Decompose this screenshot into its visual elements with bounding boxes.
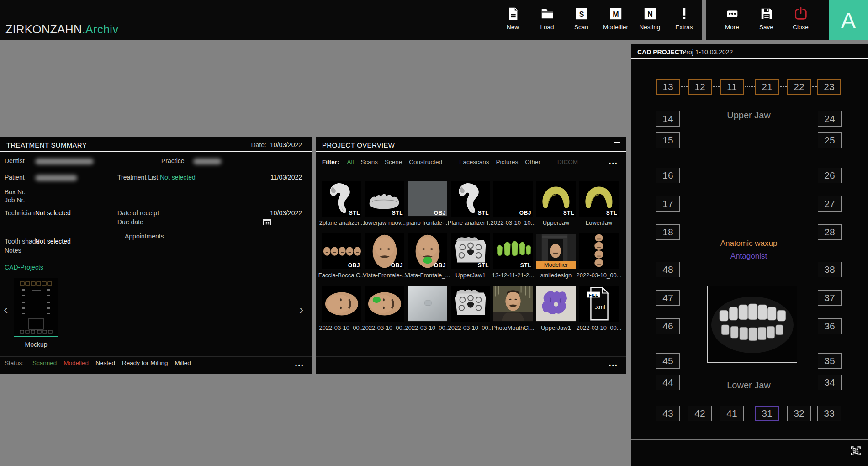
tooth-35[interactable]: 35	[818, 353, 842, 369]
lower-jaw-preview[interactable]	[707, 286, 797, 363]
tooth-21[interactable]: 21	[755, 79, 779, 95]
overview-maximize-button[interactable]	[614, 142, 620, 148]
tooth-27[interactable]: 27	[818, 196, 842, 212]
filter-tab-constructed[interactable]: Constructed	[409, 159, 442, 165]
tooth-48[interactable]: 48	[656, 262, 680, 277]
project-item[interactable]: OBJpiano frontale-...	[406, 180, 449, 229]
cad-project-thumbnail[interactable]	[14, 278, 58, 337]
thumb-jaw-yellow: STL	[536, 181, 576, 217]
tooth-25[interactable]: 25	[818, 132, 842, 148]
tooth-28[interactable]: 28	[818, 224, 842, 240]
tooth-41[interactable]: 41	[720, 406, 744, 421]
project-item[interactable]: OBJFaccia-Bocca C...	[320, 233, 363, 282]
tooth-38[interactable]: 38	[818, 262, 842, 277]
toolbar-save-button[interactable]: Save	[749, 0, 783, 40]
tooth-43[interactable]: 43	[656, 406, 680, 421]
toolbar-modellier-button[interactable]: MModellier	[598, 0, 633, 40]
project-item[interactable]: STL2plane analizer...	[320, 180, 363, 229]
filter-more-options-button[interactable]: ...	[609, 156, 618, 165]
filter-tab-pictures[interactable]: Pictures	[496, 159, 518, 165]
filter-tab-dicom[interactable]: DICOM	[557, 159, 578, 165]
filter-tab-other[interactable]: Other	[525, 159, 540, 165]
project-item[interactable]: 2022-03-10_00...	[449, 285, 492, 334]
project-item[interactable]: OBJVista-Frontale_...	[406, 233, 449, 282]
tooth-42[interactable]: 42	[688, 406, 712, 421]
project-item-label: UpperJaw1	[446, 272, 495, 279]
status-item-ready-for-milling[interactable]: Ready for Milling	[122, 360, 168, 366]
project-item[interactable]: STLlowerjaw nuov...	[363, 180, 406, 229]
project-item[interactable]: Modelliersmiledesign	[535, 233, 577, 282]
tooth-45[interactable]: 45	[656, 353, 680, 369]
treatment-list-value[interactable]: Not selected	[160, 174, 196, 181]
toolbar-scan-button[interactable]: SScan	[564, 0, 598, 40]
tooth-18[interactable]: 18	[656, 224, 680, 240]
overview-more-options-button[interactable]: ...	[609, 358, 618, 367]
tooth-14[interactable]: 14	[656, 111, 680, 127]
tooth-37[interactable]: 37	[818, 290, 842, 306]
project-item[interactable]: 2022-03-10_00...	[577, 233, 620, 282]
project-item[interactable]: OBJVista-Frontale-...	[363, 233, 406, 282]
status-item-scanned[interactable]: Scanned	[32, 360, 57, 366]
tooth-22[interactable]: 22	[787, 79, 811, 95]
filter-tab-scene[interactable]: Scene	[385, 159, 402, 165]
format-badge: STL	[563, 210, 574, 216]
project-item[interactable]: STLLowerJaw	[577, 180, 620, 229]
tooth-11[interactable]: 11	[720, 79, 744, 95]
filter-tab-all[interactable]: All	[347, 159, 354, 165]
tooth-13[interactable]: 13	[656, 79, 680, 95]
cad-projects-prev-button[interactable]: ‹	[4, 303, 8, 316]
tooth-36[interactable]: 36	[818, 318, 842, 334]
toolbar-new-button[interactable]: New	[496, 0, 530, 40]
project-item[interactable]: FILE.xml2022-03-10_00...	[577, 285, 620, 334]
project-item[interactable]: STLUpperJaw1	[449, 233, 492, 282]
cad-project-name[interactable]: Proj 1-10.03.2022	[682, 48, 733, 56]
tooth-33[interactable]: 33	[817, 406, 841, 421]
technician-value[interactable]: Not selected	[35, 209, 71, 217]
tooth-12[interactable]: 12	[688, 79, 712, 95]
project-item[interactable]: STL13-12-11-21-2...	[492, 233, 535, 282]
profile-tile-button[interactable]: A	[829, 0, 868, 40]
tooth-17[interactable]: 17	[656, 196, 680, 212]
filter-tab-scans[interactable]: Scans	[361, 159, 378, 165]
qr-scan-button[interactable]	[850, 445, 862, 458]
status-item-nested[interactable]: Nested	[95, 360, 115, 366]
patient-value-redacted[interactable]	[35, 175, 77, 181]
project-item[interactable]: OBJ2022-03-10_10...	[492, 180, 535, 229]
chevron-left-icon: ‹	[4, 302, 8, 317]
tooth-23[interactable]: 23	[817, 79, 841, 95]
project-item[interactable]: 2022-03-10_00...	[406, 285, 449, 334]
tooth-16[interactable]: 16	[656, 168, 680, 183]
toolbar-more-button[interactable]: More	[715, 0, 749, 40]
tooth-32[interactable]: 32	[787, 406, 811, 421]
tooth-47[interactable]: 47	[656, 290, 680, 306]
project-item[interactable]: 2022-03-10_00...	[320, 285, 363, 334]
tooth-26[interactable]: 26	[818, 168, 842, 183]
tooth-15[interactable]: 15	[656, 132, 680, 148]
tooth-44[interactable]: 44	[656, 375, 680, 390]
legend-antagonist: Antagonist	[670, 252, 828, 261]
mini-tooth-chart	[14, 278, 58, 336]
filter-tab-facescans[interactable]: Facescans	[459, 159, 489, 165]
qr-code-icon	[850, 451, 862, 458]
project-item[interactable]: UpperJaw1	[535, 285, 577, 334]
project-item[interactable]: STLPlane analizer f...	[449, 180, 492, 229]
tooth-shade-value[interactable]: Not selected	[35, 238, 71, 245]
toolbar-extras-button[interactable]: Extras	[667, 0, 701, 40]
dentist-value-redacted[interactable]	[35, 159, 94, 164]
status-item-milled[interactable]: Milled	[175, 360, 191, 366]
project-item[interactable]: STLUpperJaw	[535, 180, 577, 229]
treatment-more-options-button[interactable]: ...	[295, 358, 304, 367]
toolbar-load-button[interactable]: Load	[530, 0, 564, 40]
due-date-calendar-button[interactable]	[263, 219, 271, 227]
status-item-modelled[interactable]: Modelled	[64, 360, 89, 366]
cad-projects-next-button[interactable]: ›	[299, 303, 303, 316]
tooth-34[interactable]: 34	[818, 375, 842, 390]
project-item[interactable]: PhotoMouthCl...	[492, 285, 535, 334]
toolbar-close-button[interactable]: Close	[783, 0, 818, 40]
tooth-31[interactable]: 31	[755, 406, 779, 421]
tooth-46[interactable]: 46	[656, 318, 680, 334]
toolbar-nesting-button[interactable]: NNesting	[633, 0, 667, 40]
tooth-24[interactable]: 24	[818, 111, 842, 127]
practice-value-redacted[interactable]	[193, 159, 222, 164]
project-item[interactable]: 2022-03-10_00...	[363, 285, 406, 334]
